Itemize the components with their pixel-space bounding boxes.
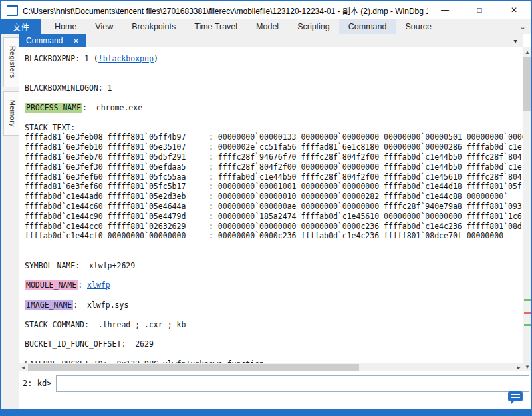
vertical-scrollbar-thumb[interactable] <box>523 57 531 111</box>
console-line <box>25 290 523 300</box>
console-line: MODULE_NAME: xlwfp <box>25 280 523 290</box>
console-text: MODULE_NAME <box>25 280 78 290</box>
console-line <box>25 251 523 261</box>
console-text: SYMBOL_NAME: xlwfp+2629 <box>25 261 135 270</box>
console-line: IMAGE_NAME: xlwfp.sys <box>25 300 523 310</box>
title-bar: C:\Users\hnist\Documents\tencent files\2… <box>1 1 531 19</box>
console-line: ffffab0d`c1e44ad0 fffff801`05e2d3eb : 00… <box>25 192 523 202</box>
tool-tab-memory[interactable]: Memory <box>3 91 19 136</box>
tool-tab-registers[interactable]: Registers <box>3 37 19 87</box>
console-text: IMAGE_NAME <box>25 300 73 310</box>
console-line <box>25 329 523 339</box>
console-line: BLACKBOXPNP: 1 (!blackboxpnp) <box>25 54 523 64</box>
scroll-annotation-mark <box>524 324 531 326</box>
console-line: ffffad81`6e3fef30 fffff801`05efdaa5 : ff… <box>25 162 523 172</box>
console-line: BLACKBOXWINLOGON: 1 <box>25 83 523 93</box>
console-text: PROCESS_NAME <box>25 103 82 113</box>
console-text: ffffad81`6e3fef60 fffff801`05fc5b17 : 00… <box>25 182 522 191</box>
console-text: STACK_COMMAND: .thread ; .cxr ; kb <box>25 320 186 329</box>
console-line: ffffad81`6e3fef60 fffff801`05fc5b17 : 00… <box>25 182 523 192</box>
kd-prompt-label: 2: kd> <box>23 379 51 388</box>
console-line: PROCESS_NAME: chrome.exe <box>25 103 523 113</box>
command-input[interactable] <box>56 375 529 392</box>
ribbon-tab-strip: HomeViewBreakpointsTime TravelModelScrip… <box>45 19 441 34</box>
vertical-scrollbar[interactable]: ▲ ▼ <box>523 47 532 371</box>
console-text: BLACKBOXPNP: 1 ( <box>25 54 98 63</box>
tab-close-icon[interactable]: ✕ <box>73 37 78 45</box>
scroll-right-icon[interactable]: ► <box>515 363 523 371</box>
console-line: ffffad81`6e3feb08 fffff801`05ff4b97 : 00… <box>25 132 523 142</box>
console-line: ffffad81`6e3fef60 fffff801`05fc55aa : ff… <box>25 172 523 182</box>
console-text: : <box>78 280 87 290</box>
scroll-annotation-mark <box>524 299 531 301</box>
tab-list-menu-icon[interactable]: ▾ <box>508 34 523 47</box>
scroll-up-icon[interactable]: ▲ <box>523 47 532 57</box>
console-text: BLACKBOXWINLOGON: 1 <box>25 83 112 93</box>
console-text: ffffad81`6e3fef60 fffff801`05fc55aa : ff… <box>25 172 522 182</box>
scroll-annotation-mark <box>524 312 531 314</box>
console-link[interactable]: xlwfp <box>87 280 110 290</box>
command-prompt-row: 2: kd> <box>19 371 532 395</box>
console-text: ffffad81`6e3feb70 fffff801`05d5f291 : ff… <box>25 152 522 162</box>
console-line <box>25 271 523 281</box>
tool-tab-strip: RegistersMemory <box>1 34 19 409</box>
console-text: BUCKET_ID_FUNC_OFFSET: 2629 <box>25 339 154 349</box>
ribbon-tab-command[interactable]: Command <box>339 19 396 34</box>
ribbon-tab-view[interactable]: View <box>86 19 122 34</box>
minimize-button[interactable]: — <box>428 1 462 19</box>
console-line: ffffab0d`c1e44cc0 fffff801`02632629 : 00… <box>25 222 523 232</box>
console-line: ffffad81`6e3feb70 fffff801`05d5f291 : ff… <box>25 152 523 162</box>
console-line <box>25 64 523 74</box>
console-line <box>25 349 523 359</box>
console-line: BUCKET_ID_FUNC_OFFSET: 2629 <box>25 339 523 349</box>
console-text: ffffab0d`c1e44c60 fffff801`05e4644a : 00… <box>25 202 522 211</box>
console-line: ffffab0d`c1e44cf0 00000000`00000000 : 00… <box>25 231 523 241</box>
console-line <box>25 93 523 103</box>
ribbon-tab-source[interactable]: Source <box>396 19 441 34</box>
console-text: ffffad81`6e3fef30 fffff801`05efdaa5 : ff… <box>25 162 522 172</box>
ribbon-tab-file[interactable]: 文件 <box>1 19 41 34</box>
maximize-button[interactable]: □ <box>462 1 497 19</box>
console-text: ffffab0d`c1e44cc0 fffff801`02632629 : 00… <box>25 222 522 231</box>
console-line <box>25 241 523 251</box>
console-text: : xlwfp.sys <box>73 300 128 310</box>
scroll-left-icon[interactable]: ◄ <box>19 363 27 371</box>
close-button[interactable]: ✕ <box>497 1 531 19</box>
ribbon-tab-scripting[interactable]: Scripting <box>288 19 339 34</box>
windbg-window: C:\Users\hnist\Documents\tencent files\2… <box>0 0 532 416</box>
ribbon-tab-breakpoints[interactable]: Breakpoints <box>122 19 185 34</box>
console-text: ffffab0d`c1e44c90 fffff801`05e4479d : 00… <box>25 212 522 221</box>
document-tab-bar: Command ✕ ▾ <box>19 34 523 47</box>
document-tab-label: Command <box>26 36 63 45</box>
console-line: ffffab0d`c1e44c90 fffff801`05e4479d : 00… <box>25 212 523 222</box>
horizontal-scrollbar[interactable]: ◄ ► <box>19 363 523 371</box>
ribbon-tab-time-travel[interactable]: Time Travel <box>185 19 247 34</box>
console-output[interactable]: BLACKBOXPNP: 1 (!blackboxpnp)BLACKBOXWIN… <box>19 47 523 363</box>
horizontal-scrollbar-thumb[interactable] <box>28 364 359 371</box>
windbg-app-icon <box>7 5 18 16</box>
console-text: ) <box>154 54 158 63</box>
console-text: : chrome.exe <box>82 103 142 112</box>
feedback-bubble-icon[interactable] <box>508 391 523 401</box>
console-text: STACK_TEXT: <box>25 123 75 132</box>
console-line: STACK_COMMAND: .thread ; .cxr ; kb <box>25 320 523 330</box>
console-line <box>25 74 523 84</box>
console-line <box>25 113 523 123</box>
console-link[interactable]: !blackboxpnp <box>98 54 154 63</box>
console-line: ffffad81`6e3feb10 fffff801`05e35107 : 00… <box>25 142 523 152</box>
ribbon-tab-bar: 文件 HomeViewBreakpointsTime TravelModelSc… <box>1 19 531 34</box>
console-line: ffffab0d`c1e44c60 fffff801`05e4644a : 00… <box>25 202 523 212</box>
ribbon-tab-model[interactable]: Model <box>247 19 288 34</box>
console-text: ffffab0d`c1e44cf0 00000000`00000000 : 00… <box>25 231 503 240</box>
document-tab-command[interactable]: Command ✕ <box>19 34 86 47</box>
scroll-down-icon[interactable]: ▼ <box>523 362 532 371</box>
console-text: ffffab0d`c1e44ad0 fffff801`05e2d3eb : 00… <box>25 192 508 201</box>
console-text: ffffad81`6e3feb10 fffff801`05e35107 : 00… <box>25 142 522 152</box>
console-line: SYMBOL_NAME: xlwfp+2629 <box>25 261 523 271</box>
console-line <box>25 310 523 320</box>
ribbon-tab-home[interactable]: Home <box>45 19 86 34</box>
ribbon-collapse-icon[interactable]: ⌄ <box>514 19 531 34</box>
status-bar <box>1 409 532 416</box>
console-text: ffffad81`6e3feb08 fffff801`05ff4b97 : 00… <box>25 132 523 142</box>
console-line: STACK_TEXT: <box>25 123 523 133</box>
